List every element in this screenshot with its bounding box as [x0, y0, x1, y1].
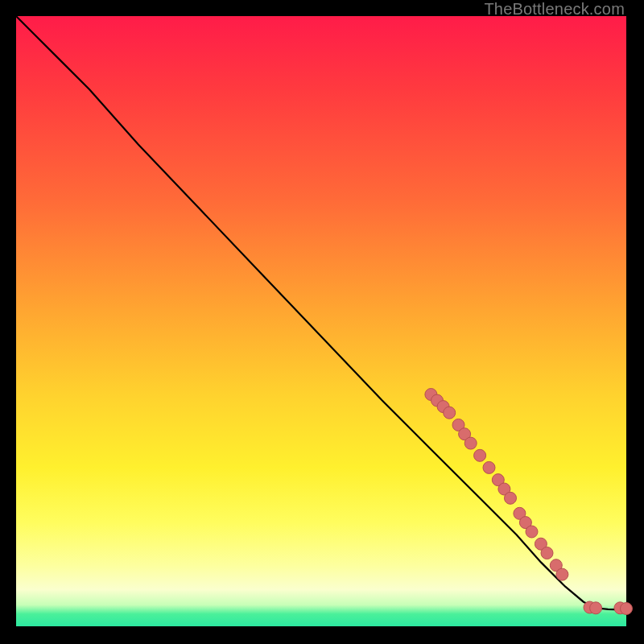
data-marker	[505, 492, 517, 504]
marker-group	[425, 389, 633, 615]
data-marker	[556, 568, 568, 580]
data-marker	[526, 526, 538, 538]
chart-frame: TheBottleneck.com	[0, 0, 644, 644]
data-marker	[621, 603, 633, 615]
data-marker	[474, 449, 486, 461]
data-marker	[590, 602, 602, 614]
data-marker	[444, 407, 456, 419]
data-marker	[541, 547, 553, 559]
chart-svg	[16, 16, 626, 626]
data-marker	[483, 461, 495, 473]
bottleneck-curve-line	[16, 16, 626, 610]
data-marker	[464, 437, 477, 449]
plot-area	[16, 16, 626, 626]
